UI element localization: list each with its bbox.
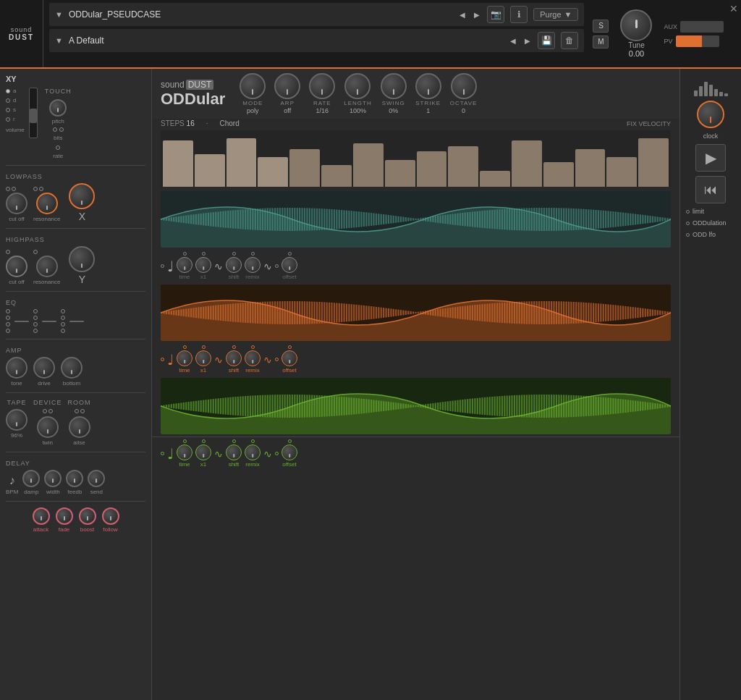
highpass-label: HIGHPASS <box>6 236 45 243</box>
seq-bar-15[interactable] <box>638 138 669 187</box>
teal-x1-knob[interactable] <box>195 257 211 273</box>
lp-cutoff-knob[interactable] <box>6 193 27 214</box>
aux-bar[interactable] <box>680 21 724 33</box>
m-button[interactable]: M <box>593 35 609 49</box>
seq-bar-10[interactable] <box>480 171 510 187</box>
seq-bar-9[interactable] <box>448 146 478 187</box>
delete-btn[interactable]: 🗑 <box>561 32 578 49</box>
next-default[interactable]: ▶ <box>523 37 532 45</box>
boost-knob[interactable] <box>79 507 96 525</box>
feedb-knob[interactable] <box>66 470 83 487</box>
length-knob[interactable] <box>344 73 370 99</box>
oddlfo-option: ODD lfo <box>683 231 738 238</box>
seq-bar-4[interactable] <box>289 149 320 187</box>
camera-btn[interactable]: 📷 <box>487 6 504 23</box>
svg-rect-283 <box>348 304 350 321</box>
seq-bar-7[interactable] <box>385 160 415 187</box>
svg-rect-85 <box>370 213 372 226</box>
arp-knob[interactable] <box>274 73 300 99</box>
pv-bar[interactable] <box>676 35 719 47</box>
lp-res-knob[interactable] <box>36 193 58 214</box>
hp-cutoff-knob[interactable] <box>6 256 27 277</box>
svg-rect-430 <box>200 400 202 412</box>
width-knob[interactable] <box>44 470 62 487</box>
save-btn[interactable]: 💾 <box>538 32 555 49</box>
green-shift-knob[interactable] <box>226 444 242 460</box>
svg-rect-299 <box>388 308 389 317</box>
clock-knob[interactable] <box>697 101 724 128</box>
teal-offset-knob[interactable] <box>281 257 297 273</box>
orange-shift-knob[interactable] <box>226 350 242 366</box>
seq-bar-3[interactable] <box>258 157 288 187</box>
bottom-knob[interactable] <box>61 357 82 379</box>
svg-rect-610 <box>645 402 646 410</box>
seq-bar-1[interactable] <box>195 154 225 187</box>
tune-knob[interactable] <box>620 9 652 41</box>
teal-time-knob[interactable] <box>177 257 192 273</box>
room-knob[interactable] <box>69 416 90 438</box>
info-btn[interactable]: ℹ <box>510 6 528 23</box>
prev-preset[interactable]: ◀ <box>458 11 467 19</box>
follow-knob[interactable] <box>102 507 119 525</box>
mode-knob[interactable] <box>240 73 266 99</box>
svg-rect-325 <box>452 308 454 319</box>
drive-knob[interactable] <box>33 357 55 379</box>
octave-knob[interactable] <box>451 73 477 99</box>
x-knob[interactable] <box>69 183 95 209</box>
s-button[interactable]: S <box>593 20 609 33</box>
svg-rect-349 <box>511 302 512 324</box>
green-offset-knob[interactable] <box>281 444 297 460</box>
prev-default[interactable]: ◀ <box>509 37 517 45</box>
seq-bar-5[interactable] <box>321 165 352 187</box>
tone-knob[interactable] <box>6 357 27 379</box>
seq-bar-14[interactable] <box>606 157 637 187</box>
dropdown-arrow-2[interactable]: ▼ <box>55 36 63 45</box>
svg-rect-483 <box>331 396 332 416</box>
pitch-knob[interactable] <box>49 99 67 117</box>
orange-x1-knob[interactable] <box>195 350 211 366</box>
svg-rect-471 <box>301 395 302 418</box>
spectrum-bar-4 <box>714 89 718 96</box>
damp-knob[interactable] <box>22 470 40 487</box>
play-button[interactable]: ▶ <box>695 144 726 172</box>
skip-button[interactable]: ⏮ <box>695 176 726 203</box>
fade-knob[interactable] <box>56 507 73 525</box>
green-time-knob[interactable] <box>177 444 192 460</box>
svg-rect-290 <box>365 305 367 319</box>
dropdown-arrow-1[interactable]: ▼ <box>55 10 63 19</box>
sequencer[interactable] <box>161 130 671 187</box>
seq-bar-6[interactable] <box>353 143 384 187</box>
svg-rect-410 <box>661 311 663 314</box>
teal-remix-knob[interactable] <box>245 257 261 273</box>
svg-rect-543 <box>479 397 480 414</box>
teal-shift-knob[interactable] <box>226 257 242 273</box>
close-btn[interactable]: ✕ <box>727 0 741 17</box>
tape-knob[interactable] <box>6 409 27 431</box>
seq-bar-0[interactable] <box>163 140 193 187</box>
device-knob[interactable] <box>37 416 59 438</box>
attack-knob[interactable] <box>33 507 50 525</box>
seq-bar-2[interactable] <box>226 138 257 187</box>
green-remix-knob[interactable] <box>245 444 261 460</box>
hp-res-knob[interactable] <box>36 256 58 277</box>
purge-btn[interactable]: Purge ▼ <box>533 8 578 21</box>
orange-offset-knob[interactable] <box>281 350 297 366</box>
strike-knob[interactable] <box>415 73 441 99</box>
svg-rect-389 <box>610 305 611 321</box>
swing-knob[interactable] <box>381 73 407 99</box>
send-knob[interactable] <box>88 470 105 487</box>
seq-bar-12[interactable] <box>543 162 574 187</box>
svg-rect-305 <box>402 311 404 316</box>
rate-knob[interactable] <box>309 73 335 99</box>
svg-rect-180 <box>605 211 606 228</box>
svg-rect-233 <box>225 304 226 321</box>
seq-bar-8[interactable] <box>417 151 447 187</box>
y-knob[interactable] <box>69 246 95 272</box>
next-preset[interactable]: ▶ <box>473 11 481 19</box>
orange-remix-knob[interactable] <box>245 350 261 366</box>
touch-slider[interactable] <box>29 88 38 138</box>
seq-bar-11[interactable] <box>512 140 542 187</box>
green-x1-knob[interactable] <box>195 444 211 460</box>
seq-bar-13[interactable] <box>575 149 606 187</box>
orange-time-knob[interactable] <box>177 350 192 366</box>
